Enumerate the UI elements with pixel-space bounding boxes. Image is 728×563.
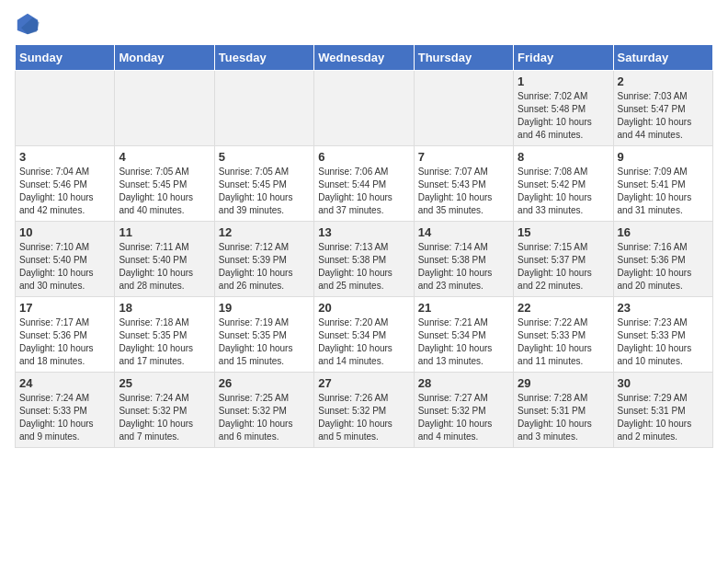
- calendar-cell: 29Sunrise: 7:28 AM Sunset: 5:31 PM Dayli…: [514, 373, 613, 448]
- calendar-cell: 2Sunrise: 7:03 AM Sunset: 5:47 PM Daylig…: [613, 71, 712, 146]
- calendar-cell: 14Sunrise: 7:14 AM Sunset: 5:38 PM Dayli…: [414, 222, 513, 297]
- day-number: 24: [19, 376, 110, 390]
- day-number: 11: [119, 225, 210, 239]
- calendar-cell: 4Sunrise: 7:05 AM Sunset: 5:45 PM Daylig…: [115, 146, 214, 222]
- cell-info: Sunrise: 7:24 AM Sunset: 5:33 PM Dayligh…: [19, 392, 110, 443]
- day-header-saturday: Saturday: [613, 45, 712, 71]
- calendar-cell: 18Sunrise: 7:18 AM Sunset: 5:35 PM Dayli…: [115, 297, 214, 373]
- page-header: [15, 15, 713, 37]
- day-number: 5: [219, 150, 310, 164]
- calendar-cell: 26Sunrise: 7:25 AM Sunset: 5:32 PM Dayli…: [214, 373, 313, 448]
- day-number: 8: [518, 150, 609, 164]
- calendar-cell: 21Sunrise: 7:21 AM Sunset: 5:34 PM Dayli…: [414, 297, 513, 373]
- day-number: 13: [318, 225, 409, 239]
- day-number: 19: [219, 301, 310, 315]
- cell-info: Sunrise: 7:08 AM Sunset: 5:42 PM Dayligh…: [518, 166, 609, 217]
- day-number: 12: [219, 225, 310, 239]
- day-number: 26: [219, 376, 310, 390]
- calendar-cell: [115, 71, 214, 146]
- calendar-cell: 1Sunrise: 7:02 AM Sunset: 5:48 PM Daylig…: [514, 71, 613, 146]
- calendar-cell: 10Sunrise: 7:10 AM Sunset: 5:40 PM Dayli…: [16, 222, 115, 297]
- calendar-cell: 13Sunrise: 7:13 AM Sunset: 5:38 PM Dayli…: [314, 222, 414, 297]
- cell-info: Sunrise: 7:02 AM Sunset: 5:48 PM Dayligh…: [518, 90, 609, 142]
- calendar-cell: [214, 71, 313, 146]
- calendar-cell: 9Sunrise: 7:09 AM Sunset: 5:41 PM Daylig…: [613, 146, 712, 222]
- calendar-week-1: 1Sunrise: 7:02 AM Sunset: 5:48 PM Daylig…: [16, 71, 713, 146]
- calendar-cell: [314, 71, 414, 146]
- day-number: 22: [518, 301, 609, 315]
- cell-info: Sunrise: 7:11 AM Sunset: 5:40 PM Dayligh…: [119, 241, 210, 293]
- calendar-cell: 23Sunrise: 7:23 AM Sunset: 5:33 PM Dayli…: [613, 297, 712, 373]
- calendar-cell: 22Sunrise: 7:22 AM Sunset: 5:33 PM Dayli…: [514, 297, 613, 373]
- calendar-cell: 19Sunrise: 7:19 AM Sunset: 5:35 PM Dayli…: [214, 297, 313, 373]
- calendar-header-row: SundayMondayTuesdayWednesdayThursdayFrid…: [16, 45, 713, 71]
- day-number: 27: [318, 376, 409, 390]
- day-number: 23: [618, 301, 709, 315]
- calendar-week-4: 17Sunrise: 7:17 AM Sunset: 5:36 PM Dayli…: [16, 297, 713, 373]
- calendar-cell: 30Sunrise: 7:29 AM Sunset: 5:31 PM Dayli…: [613, 373, 712, 448]
- calendar-cell: 25Sunrise: 7:24 AM Sunset: 5:32 PM Dayli…: [115, 373, 214, 448]
- cell-info: Sunrise: 7:24 AM Sunset: 5:32 PM Dayligh…: [119, 392, 210, 443]
- day-number: 20: [318, 301, 409, 315]
- day-number: 15: [518, 225, 609, 239]
- cell-info: Sunrise: 7:15 AM Sunset: 5:37 PM Dayligh…: [518, 241, 609, 293]
- cell-info: Sunrise: 7:03 AM Sunset: 5:47 PM Dayligh…: [618, 90, 709, 142]
- cell-info: Sunrise: 7:22 AM Sunset: 5:33 PM Dayligh…: [518, 316, 609, 368]
- calendar-week-5: 24Sunrise: 7:24 AM Sunset: 5:33 PM Dayli…: [16, 373, 713, 448]
- cell-info: Sunrise: 7:23 AM Sunset: 5:33 PM Dayligh…: [618, 316, 709, 368]
- cell-info: Sunrise: 7:18 AM Sunset: 5:35 PM Dayligh…: [119, 316, 210, 368]
- calendar-cell: 28Sunrise: 7:27 AM Sunset: 5:32 PM Dayli…: [414, 373, 513, 448]
- cell-info: Sunrise: 7:29 AM Sunset: 5:31 PM Dayligh…: [618, 392, 709, 443]
- cell-info: Sunrise: 7:17 AM Sunset: 5:36 PM Dayligh…: [19, 316, 110, 368]
- cell-info: Sunrise: 7:09 AM Sunset: 5:41 PM Dayligh…: [618, 166, 709, 217]
- cell-info: Sunrise: 7:21 AM Sunset: 5:34 PM Dayligh…: [418, 316, 509, 368]
- day-number: 18: [119, 301, 210, 315]
- cell-info: Sunrise: 7:05 AM Sunset: 5:45 PM Dayligh…: [219, 166, 310, 217]
- cell-info: Sunrise: 7:16 AM Sunset: 5:36 PM Dayligh…: [618, 241, 709, 293]
- calendar-cell: 17Sunrise: 7:17 AM Sunset: 5:36 PM Dayli…: [16, 297, 115, 373]
- day-number: 4: [119, 150, 210, 164]
- calendar-cell: 15Sunrise: 7:15 AM Sunset: 5:37 PM Dayli…: [514, 222, 613, 297]
- cell-info: Sunrise: 7:28 AM Sunset: 5:31 PM Dayligh…: [518, 392, 609, 443]
- day-number: 21: [418, 301, 509, 315]
- cell-info: Sunrise: 7:27 AM Sunset: 5:32 PM Dayligh…: [418, 392, 509, 443]
- calendar-cell: 12Sunrise: 7:12 AM Sunset: 5:39 PM Dayli…: [214, 222, 313, 297]
- day-header-thursday: Thursday: [414, 45, 513, 71]
- calendar-cell: 27Sunrise: 7:26 AM Sunset: 5:32 PM Dayli…: [314, 373, 414, 448]
- cell-info: Sunrise: 7:12 AM Sunset: 5:39 PM Dayligh…: [219, 241, 310, 293]
- calendar-cell: [16, 71, 115, 146]
- cell-info: Sunrise: 7:10 AM Sunset: 5:40 PM Dayligh…: [19, 241, 110, 293]
- cell-info: Sunrise: 7:04 AM Sunset: 5:46 PM Dayligh…: [19, 166, 110, 217]
- day-number: 16: [618, 225, 709, 239]
- logo-icon: [15, 11, 40, 37]
- cell-info: Sunrise: 7:20 AM Sunset: 5:34 PM Dayligh…: [318, 316, 409, 368]
- calendar-cell: [414, 71, 513, 146]
- day-number: 3: [19, 150, 110, 164]
- day-number: 9: [618, 150, 709, 164]
- logo: [15, 15, 44, 37]
- day-number: 25: [119, 376, 210, 390]
- day-number: 28: [418, 376, 509, 390]
- cell-info: Sunrise: 7:25 AM Sunset: 5:32 PM Dayligh…: [219, 392, 310, 443]
- cell-info: Sunrise: 7:14 AM Sunset: 5:38 PM Dayligh…: [418, 241, 509, 293]
- day-header-monday: Monday: [115, 45, 214, 71]
- calendar-cell: 3Sunrise: 7:04 AM Sunset: 5:46 PM Daylig…: [16, 146, 115, 222]
- day-header-sunday: Sunday: [16, 45, 115, 71]
- cell-info: Sunrise: 7:26 AM Sunset: 5:32 PM Dayligh…: [318, 392, 409, 443]
- calendar-cell: 6Sunrise: 7:06 AM Sunset: 5:44 PM Daylig…: [314, 146, 414, 222]
- day-number: 2: [618, 75, 709, 88]
- calendar-table: SundayMondayTuesdayWednesdayThursdayFrid…: [15, 44, 713, 448]
- day-number: 30: [618, 376, 709, 390]
- calendar-cell: 24Sunrise: 7:24 AM Sunset: 5:33 PM Dayli…: [16, 373, 115, 448]
- cell-info: Sunrise: 7:05 AM Sunset: 5:45 PM Dayligh…: [119, 166, 210, 217]
- calendar-cell: 20Sunrise: 7:20 AM Sunset: 5:34 PM Dayli…: [314, 297, 414, 373]
- day-number: 10: [19, 225, 110, 239]
- day-number: 6: [318, 150, 409, 164]
- cell-info: Sunrise: 7:07 AM Sunset: 5:43 PM Dayligh…: [418, 166, 509, 217]
- day-header-wednesday: Wednesday: [314, 45, 414, 71]
- day-number: 1: [518, 75, 609, 88]
- day-number: 14: [418, 225, 509, 239]
- calendar-cell: 7Sunrise: 7:07 AM Sunset: 5:43 PM Daylig…: [414, 146, 513, 222]
- day-number: 17: [19, 301, 110, 315]
- day-number: 29: [518, 376, 609, 390]
